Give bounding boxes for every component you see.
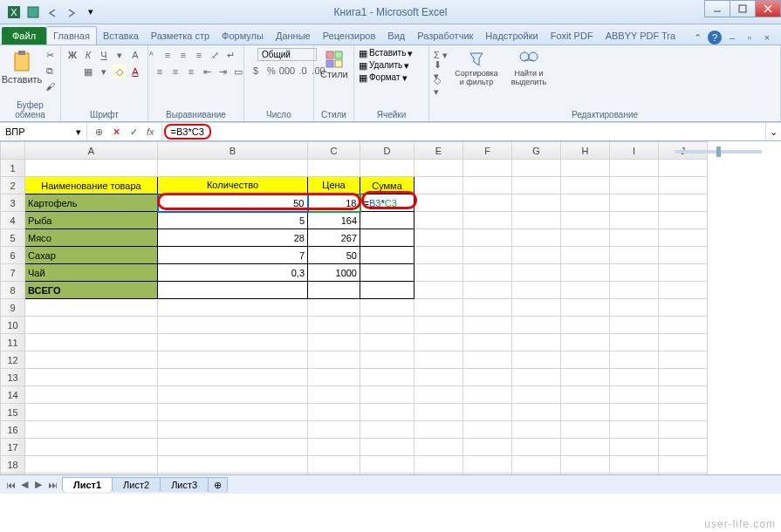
row-1[interactable]: 1: [1, 160, 25, 177]
row-10[interactable]: 10: [1, 317, 25, 334]
format-cells-button[interactable]: ▦Формат▾: [359, 72, 408, 84]
last-sheet-icon[interactable]: ⏭: [45, 478, 59, 492]
row-6[interactable]: 6: [1, 247, 25, 264]
row-15[interactable]: 15: [1, 404, 25, 421]
col-A[interactable]: A: [25, 142, 158, 160]
font-color-icon[interactable]: A: [128, 65, 142, 78]
underline-icon[interactable]: Ч: [97, 48, 111, 62]
currency-icon[interactable]: $: [249, 64, 263, 78]
row-17[interactable]: 17: [1, 439, 25, 456]
cell-C7[interactable]: 1000: [308, 264, 360, 282]
select-all[interactable]: [1, 142, 25, 160]
win-close-icon[interactable]: ×: [760, 31, 774, 44]
row-4[interactable]: 4: [1, 212, 25, 229]
cell-D3-editing[interactable]: =B3*C3: [360, 194, 414, 212]
cell-A7[interactable]: Чай: [25, 264, 158, 282]
orientation-icon[interactable]: ⤢: [208, 48, 222, 62]
clear-icon[interactable]: ◇ ▾: [434, 79, 448, 93]
formula-input[interactable]: =B3*C3: [162, 123, 765, 140]
col-I[interactable]: I: [610, 142, 659, 160]
tab-insert[interactable]: Вставка: [97, 27, 145, 44]
align-top-icon[interactable]: ≡: [161, 48, 175, 62]
indent-dec-icon[interactable]: ⇤: [200, 65, 214, 78]
border-icon[interactable]: ▦: [81, 65, 95, 78]
row-11[interactable]: 11: [1, 334, 25, 351]
cell-C5[interactable]: 267: [308, 229, 360, 247]
indent-inc-icon[interactable]: ⇥: [216, 65, 230, 78]
cancel-formula-icon[interactable]: ✕: [108, 124, 124, 140]
tab-addins[interactable]: Надстройки: [479, 27, 544, 44]
help-icon[interactable]: ?: [708, 31, 722, 44]
cell-A3[interactable]: Картофель: [25, 194, 158, 212]
maximize-button[interactable]: [730, 0, 756, 17]
row-14[interactable]: 14: [1, 386, 25, 404]
find-select-button[interactable]: Найти и выделить: [505, 48, 552, 108]
cell-D6[interactable]: [360, 247, 414, 264]
row-18[interactable]: 18: [1, 456, 25, 474]
insert-cells-button[interactable]: ▦Вставить▾: [359, 48, 413, 59]
cell-C3[interactable]: 18: [308, 194, 360, 212]
cell-C8[interactable]: [308, 282, 360, 299]
wrap-icon[interactable]: ↵: [223, 48, 237, 62]
tab-developer[interactable]: Разработчик: [411, 27, 479, 44]
redo-icon[interactable]: [63, 3, 80, 21]
minimize-button[interactable]: [704, 0, 730, 17]
minimize-ribbon-icon[interactable]: ⌃: [690, 31, 704, 44]
cell-B6[interactable]: 7: [158, 247, 308, 264]
row-8[interactable]: 8: [1, 282, 25, 299]
hdr-qty[interactable]: Количество: [158, 177, 308, 194]
tab-data[interactable]: Данные: [270, 27, 317, 44]
sheet[interactable]: A B C D E F G H I J 1 2 Наименование тов…: [0, 141, 781, 474]
fx-icon[interactable]: fx: [143, 126, 158, 137]
file-tab[interactable]: Файл: [2, 27, 46, 44]
tab-view[interactable]: Вид: [381, 27, 411, 44]
row-2[interactable]: 2: [1, 177, 25, 194]
sheet-tab-2[interactable]: Лист2: [112, 477, 161, 492]
enter-formula-icon[interactable]: ✓: [126, 124, 141, 140]
dropdown-icon[interactable]: ⊕: [91, 124, 106, 140]
win-restore-icon[interactable]: ▫: [743, 31, 757, 44]
win-mini-icon[interactable]: –: [725, 31, 739, 44]
cell-B8[interactable]: [158, 282, 308, 299]
bold-icon[interactable]: Ж: [65, 48, 79, 62]
new-sheet-icon[interactable]: ⊕: [208, 477, 228, 493]
cell-A6[interactable]: Сахар: [25, 247, 158, 264]
styles-button[interactable]: Стили: [319, 48, 350, 108]
cell-D8[interactable]: [360, 282, 414, 299]
col-D[interactable]: D: [360, 142, 414, 160]
undo-icon[interactable]: [44, 3, 61, 21]
excel-icon[interactable]: X: [5, 3, 23, 21]
first-sheet-icon[interactable]: ⏮: [3, 478, 17, 492]
row-19[interactable]: 19: [1, 474, 25, 475]
cell-D5[interactable]: [360, 229, 414, 247]
col-C[interactable]: C: [308, 142, 360, 160]
tab-review[interactable]: Рецензиров: [317, 27, 382, 44]
qat-more-icon[interactable]: ▾: [82, 3, 99, 21]
row-7[interactable]: 7: [1, 264, 25, 282]
align-center-icon[interactable]: ≡: [168, 65, 182, 78]
delete-cells-button[interactable]: ▦Удалить▾: [359, 60, 409, 72]
align-left-icon[interactable]: ≡: [153, 65, 167, 78]
cell-B5[interactable]: 28: [158, 229, 308, 247]
paste-button[interactable]: Вставить: [4, 48, 39, 99]
cell-C6[interactable]: 50: [308, 247, 360, 264]
format-painter-icon[interactable]: 🖌: [43, 79, 57, 93]
next-sheet-icon[interactable]: ▶: [31, 478, 45, 492]
hdr-sum[interactable]: Сумма: [360, 177, 414, 194]
col-E[interactable]: E: [414, 142, 463, 160]
tab-layout[interactable]: Разметка стр: [145, 27, 216, 44]
hdr-price[interactable]: Цена: [308, 177, 360, 194]
expand-formula-icon[interactable]: ⌄: [765, 123, 781, 140]
name-box[interactable]: ВПР▾: [0, 123, 87, 140]
cell-A5[interactable]: Мясо: [25, 229, 158, 247]
prev-sheet-icon[interactable]: ◀: [17, 478, 31, 492]
zoom-slider[interactable]: [675, 150, 762, 153]
col-F[interactable]: F: [463, 142, 512, 160]
number-format-select[interactable]: Общий: [257, 48, 317, 61]
cell-D7[interactable]: [360, 264, 414, 282]
row-16[interactable]: 16: [1, 421, 25, 439]
sheet-tab-3[interactable]: Лист3: [160, 477, 209, 492]
hdr-name[interactable]: Наименование товара: [25, 177, 158, 194]
align-right-icon[interactable]: ≡: [184, 65, 198, 78]
copy-icon[interactable]: ⧉: [43, 64, 57, 78]
